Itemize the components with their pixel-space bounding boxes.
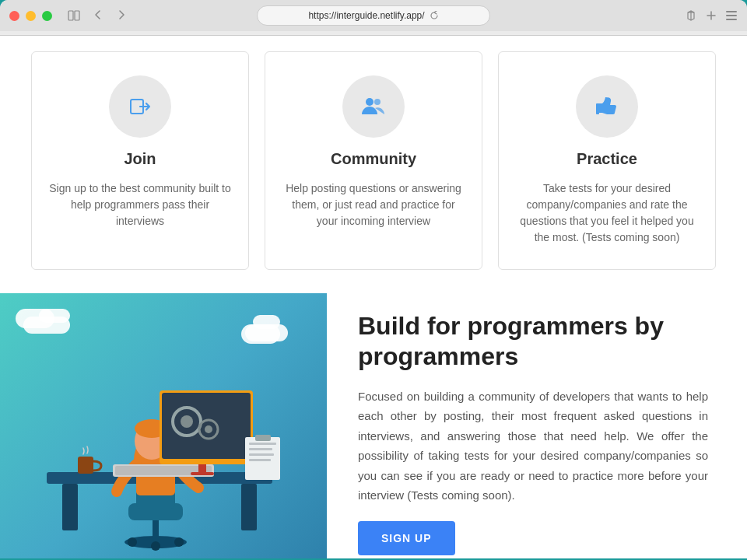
svg-point-16 [151,541,160,551]
cards-section: Join Sign up to the best community built… [0,36,747,293]
svg-point-8 [374,99,381,105]
svg-point-7 [366,98,374,106]
community-title: Community [331,150,416,168]
community-card: Community Help posting questions or answ… [265,51,482,270]
hero-illustration [0,293,327,558]
sidebar-toggle-icon[interactable] [65,6,83,25]
svg-point-29 [181,415,193,428]
reload-icon[interactable] [430,11,439,20]
join-icon-circle [109,75,171,138]
community-icon-circle [342,75,405,138]
browser-controls [65,6,130,25]
url-text: https://interguide.netlify.app/ [308,10,424,21]
people-icon [358,91,389,122]
join-card: Join Sign up to the best community built… [31,51,249,270]
svg-rect-37 [249,453,274,456]
practice-title: Practice [577,150,637,168]
svg-point-17 [174,537,184,547]
login-icon [124,91,156,122]
browser-window: https://interguide.netlify.app/ [0,0,747,36]
practice-icon-circle [576,75,638,138]
hero-text-content: Build for programmers by programmers Foc… [327,293,747,558]
svg-rect-33 [191,472,214,475]
svg-rect-9 [596,103,599,114]
forward-button[interactable] [113,6,130,23]
svg-rect-40 [78,457,93,474]
browser-action-icons [685,9,738,22]
address-bar[interactable]: https://interguide.netlify.app/ [257,5,490,26]
svg-rect-4 [726,19,737,20]
add-tab-icon[interactable] [705,9,717,22]
community-description: Help posting questions or answering them… [281,180,466,229]
minimize-button[interactable] [26,11,36,21]
page-content: Join Sign up to the best community built… [0,36,747,558]
titlebar: https://interguide.netlify.app/ [0,0,747,31]
close-button[interactable] [9,11,19,21]
back-button[interactable] [89,6,107,23]
signup-button[interactable]: SIGN UP [358,521,455,555]
hero-section: Build for programmers by programmers Foc… [0,293,747,558]
hero-description: Focused on building a community of devel… [358,387,708,506]
svg-rect-12 [241,484,257,530]
svg-rect-14 [153,519,159,542]
svg-rect-2 [726,11,737,12]
fullscreen-button[interactable] [42,11,52,21]
thumbsup-icon [591,91,622,122]
browser-content: Join Sign up to the best community built… [0,36,747,558]
hero-title: Build for programmers by programmers [358,311,708,371]
join-title: Join [124,150,156,168]
svg-rect-35 [249,443,276,445]
svg-rect-27 [162,393,251,459]
more-options-icon[interactable] [725,9,738,22]
svg-rect-39 [255,435,271,441]
share-icon[interactable] [685,9,697,22]
svg-rect-1 [75,11,79,20]
svg-rect-36 [249,448,272,450]
svg-rect-3 [726,15,737,16]
svg-rect-11 [62,484,78,530]
programmer-svg [0,293,327,558]
practice-description: Take tests for your desired company/comp… [514,180,700,246]
svg-rect-0 [68,11,73,20]
practice-card: Practice Take tests for your desired com… [498,51,716,270]
join-description: Sign up to the best community built to h… [47,180,233,229]
svg-point-31 [205,425,212,433]
svg-point-15 [128,537,137,547]
svg-rect-38 [249,459,271,461]
